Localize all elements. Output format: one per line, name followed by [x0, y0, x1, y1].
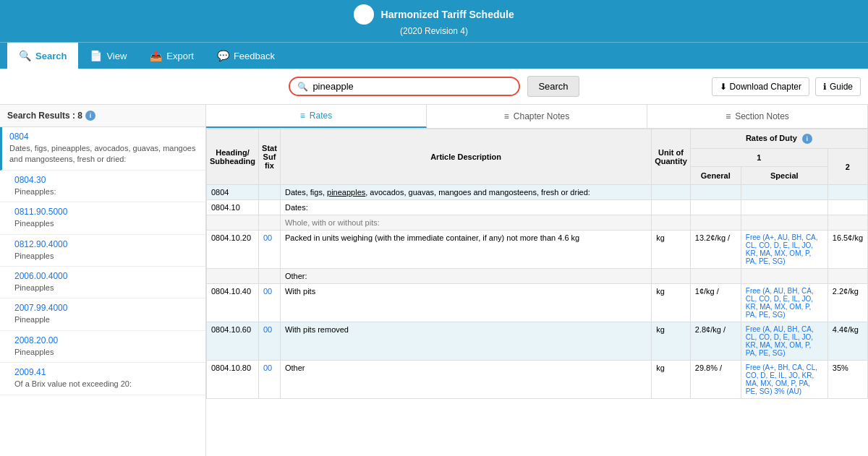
table-row: 0804.10.20 00 Packed in units weighing (… [207, 231, 868, 269]
cell-col2: 4.4¢/kg [827, 322, 867, 361]
stat-link[interactable]: 00 [263, 363, 272, 372]
cell-special [741, 269, 827, 284]
feedback-nav-icon: 💬 [217, 50, 229, 61]
cell-heading: 0804 [207, 185, 259, 200]
th-special: Special [741, 167, 827, 185]
sidebar-item[interactable]: 2009.41Of a Brix value not exceeding 20: [0, 363, 205, 395]
cell-heading: 0804.10.60 [207, 322, 259, 361]
app-subtitle: (2020 Revision 4) [400, 26, 468, 36]
cell-desc: Other [280, 361, 651, 399]
sidebar-code[interactable]: 2006.00.4000 [14, 271, 198, 281]
sidebar-desc: Pineapples [14, 218, 198, 229]
export-nav-icon: 📤 [150, 50, 162, 61]
sidebar-desc: Dates, figs, pineapples, avocados, guava… [9, 143, 198, 165]
sidebar-items: 0804Dates, figs, pineapples, avocados, g… [0, 127, 205, 395]
cell-stat [258, 200, 280, 215]
search-input-wrapper: 🔍 [289, 77, 520, 96]
sidebar-code[interactable]: 0804 [9, 132, 198, 142]
cell-unit: kg [652, 231, 691, 269]
sidebar-code[interactable]: 2008.20.00 [14, 335, 198, 345]
cell-unit: kg [652, 322, 691, 361]
cell-special: Free (A, AU, BH, CA, CL, CO, D, E, IL, J… [741, 284, 827, 322]
cell-col2 [827, 269, 867, 284]
cell-general [690, 200, 741, 215]
view-nav-icon: 📄 [90, 50, 102, 61]
th-stat: Stat Suf fix [258, 129, 280, 185]
cell-special [741, 215, 827, 231]
th-rates-1: 1 [690, 149, 827, 167]
sidebar-code[interactable]: 2009.41 [14, 367, 198, 377]
cell-heading: 0804.10.40 [207, 284, 259, 322]
sidebar-code[interactable]: 0811.90.5000 [14, 207, 198, 217]
tab-section-notes[interactable]: ≡ Section Notes [647, 105, 868, 128]
cell-general [690, 185, 741, 200]
cell-desc: Packed in units weighing (with the immed… [280, 231, 651, 269]
cell-unit: kg [652, 284, 691, 322]
th-rates: Rates of Duty i [690, 129, 867, 149]
sidebar-desc: Pineapple [14, 314, 198, 325]
guide-label: Guide [830, 82, 853, 92]
cell-stat [258, 215, 280, 231]
results-label: Search Results : 8 [7, 111, 82, 121]
search-button[interactable]: Search [527, 76, 579, 97]
sidebar-desc: Of a Brix value not exceeding 20: [14, 379, 198, 390]
cell-special: Free (A+, AU, BH, CA, CL, CO, D, E, IL, … [741, 231, 827, 269]
section-notes-tab-icon: ≡ [726, 111, 731, 121]
sidebar-item[interactable]: 0804.30Pineapples: [0, 171, 205, 202]
stat-link[interactable]: 00 [263, 233, 272, 242]
cell-general: 13.2¢/kg / [690, 231, 741, 269]
cell-desc: With pits removed [280, 322, 651, 361]
rates-tab-icon: ≡ [300, 111, 305, 121]
sidebar: Search Results : 8 i 0804Dates, figs, pi… [0, 105, 206, 456]
search-nav-icon: 🔍 [19, 50, 31, 61]
sidebar-code[interactable]: 2007.99.4000 [14, 303, 198, 313]
guide-button[interactable]: ℹ Guide [815, 77, 861, 96]
th-heading: Heading/ Subheading [207, 129, 259, 185]
cell-unit [652, 269, 691, 284]
cell-stat: 00 [258, 322, 280, 361]
tariff-table: Heading/ Subheading Stat Suf fix Article… [206, 129, 868, 399]
rates-info-icon[interactable]: i [802, 134, 812, 144]
sidebar-code[interactable]: 0804.30 [14, 175, 198, 185]
nav-view[interactable]: 📄 View [78, 43, 138, 69]
download-chapter-button[interactable]: ⬇ Download Chapter [712, 77, 809, 96]
nav-export[interactable]: 📤 Export [138, 43, 205, 69]
table-row: 0804.10.60 00 With pits removed kg 2.8¢/… [207, 322, 868, 361]
sidebar-item[interactable]: 2006.00.4000Pineapples [0, 267, 205, 298]
cell-stat: 00 [258, 361, 280, 399]
nav-search[interactable]: 🔍 Search [7, 43, 78, 69]
nav-feedback[interactable]: 💬 Feedback [205, 43, 286, 69]
tab-bar: ≡ Rates ≡ Chapter Notes ≡ Section Notes [206, 105, 868, 129]
sidebar-item[interactable]: 2008.20.00Pineapples [0, 331, 205, 363]
stat-link[interactable]: 00 [263, 287, 272, 296]
tab-rates[interactable]: ≡ Rates [206, 105, 427, 128]
cell-col2: 2.2¢/kg [827, 284, 867, 322]
chapter-notes-tab-icon: ≡ [504, 111, 509, 121]
cell-stat: 00 [258, 284, 280, 322]
cell-col2 [827, 215, 867, 231]
cell-col2 [827, 200, 867, 215]
logo-icon [354, 4, 374, 25]
table-row: 0804.10 Dates: [207, 200, 868, 215]
search-input[interactable] [312, 81, 501, 92]
tab-chapter-notes[interactable]: ≡ Chapter Notes [427, 105, 647, 128]
stat-link[interactable]: 00 [263, 325, 272, 334]
th-col2: 2 [827, 149, 867, 185]
rates-tab-label: Rates [310, 111, 332, 121]
sidebar-item[interactable]: 0804Dates, figs, pineapples, avocados, g… [0, 127, 205, 171]
sidebar-item[interactable]: 2007.99.4000Pineapple [0, 298, 205, 330]
sidebar-item[interactable]: 0812.90.4000Pineapples [0, 235, 205, 267]
nav-feedback-label: Feedback [234, 51, 275, 61]
th-desc: Article Description [280, 129, 651, 185]
results-info-icon[interactable]: i [85, 111, 95, 121]
th-general: General [690, 167, 741, 185]
cell-stat [258, 185, 280, 200]
cell-heading: 0804.10.20 [207, 231, 259, 269]
cell-special [741, 185, 827, 200]
table-body: 0804 Dates, figs, pineapples, avocados, … [207, 185, 868, 399]
sidebar-item[interactable]: 0811.90.5000Pineapples [0, 202, 205, 234]
cell-special: Free (A+, BH, CA, CL, CO, D, E, IL, JO, … [741, 361, 827, 399]
cell-heading [207, 215, 259, 231]
main-content: ≡ Rates ≡ Chapter Notes ≡ Section Notes … [206, 105, 868, 456]
sidebar-code[interactable]: 0812.90.4000 [14, 239, 198, 249]
